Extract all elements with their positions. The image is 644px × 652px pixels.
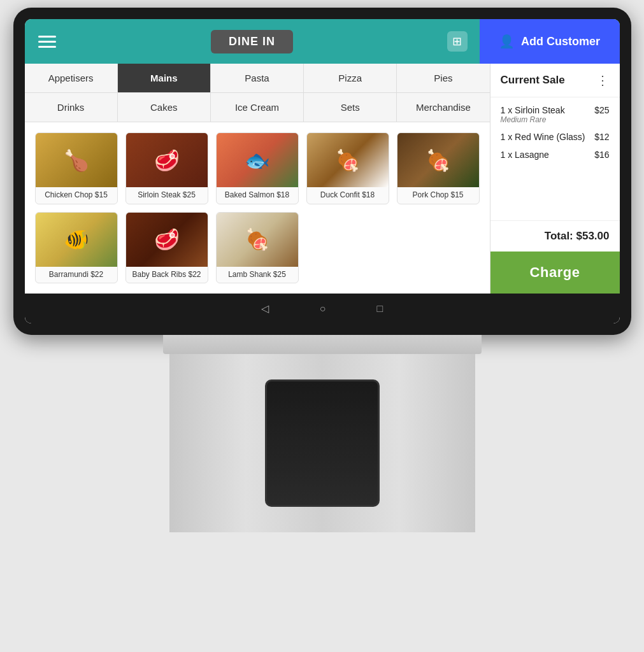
back-button[interactable]: ◁ bbox=[261, 302, 269, 315]
screen: DINE IN ⊞ 👤 Add Customer AppetisersMains… bbox=[25, 19, 620, 323]
category-tab-pizza[interactable]: Pizza bbox=[304, 64, 397, 92]
menu-item-pork-chop[interactable]: 🍖Pork Chop $15 bbox=[397, 132, 480, 204]
sale-item-note-0: Medium Rare bbox=[501, 115, 610, 124]
sale-item-0: 1 x Sirloin Steak$25Medium Rare bbox=[501, 105, 610, 124]
category-tab-cakes[interactable]: Cakes bbox=[118, 93, 211, 122]
main-content: AppetisersMainsPastaPizzaPies DrinksCake… bbox=[25, 64, 620, 294]
menu-button[interactable] bbox=[25, 19, 69, 64]
sale-item-row-2: 1 x Lasagne$16 bbox=[501, 150, 610, 160]
menu-item-label-baked-salmon: Baked Salmon $18 bbox=[222, 187, 292, 204]
android-navigation-bar: ◁ ○ □ bbox=[25, 294, 620, 323]
food-emoji-lamb-shank: 🍖 bbox=[216, 213, 299, 267]
sale-item-name-0: 1 x Sirloin Steak bbox=[501, 105, 565, 115]
menu-item-image-duck-confit: 🍖 bbox=[306, 133, 389, 187]
pos-device: DINE IN ⊞ 👤 Add Customer AppetisersMains… bbox=[0, 0, 644, 532]
tablet-bezel: DINE IN ⊞ 👤 Add Customer AppetisersMains… bbox=[13, 8, 631, 335]
menu-item-chicken-chop[interactable]: 🍗Chicken Chop $15 bbox=[35, 132, 118, 204]
menu-item-image-baby-back-ribs: 🥩 bbox=[125, 213, 208, 267]
add-customer-button[interactable]: 👤 Add Customer bbox=[480, 19, 620, 64]
food-emoji-baked-salmon: 🐟 bbox=[216, 133, 299, 187]
category-tabs-row2: DrinksCakesIce CreamSetsMerchandise bbox=[25, 93, 490, 122]
menu-row: 🍗Chicken Chop $15🥩Sirloin Steak $25🐟Bake… bbox=[35, 132, 480, 204]
category-tab-mains[interactable]: Mains bbox=[118, 64, 211, 92]
sale-item-row-0: 1 x Sirloin Steak$25 bbox=[501, 105, 610, 115]
hamburger-icon bbox=[38, 36, 56, 48]
sale-item-price-2: $16 bbox=[594, 150, 609, 160]
menu-item-image-pork-chop: 🍖 bbox=[397, 133, 480, 187]
sale-header: Current Sale ⋮ bbox=[490, 64, 620, 97]
sale-items-list: 1 x Sirloin Steak$25Medium Rare1 x Red W… bbox=[490, 97, 620, 220]
menu-item-image-chicken-chop: 🍗 bbox=[35, 133, 118, 187]
menu-item-image-lamb-shank: 🍖 bbox=[216, 213, 299, 267]
menu-item-image-baked-salmon: 🐟 bbox=[216, 133, 299, 187]
category-tab-drinks[interactable]: Drinks bbox=[25, 93, 118, 122]
pos-stand bbox=[13, 335, 631, 532]
menu-section: AppetisersMainsPastaPizzaPies DrinksCake… bbox=[25, 64, 490, 294]
sale-item-2: 1 x Lasagne$16 bbox=[501, 150, 610, 160]
sale-item-name-1: 1 x Red Wine (Glass) bbox=[501, 132, 585, 142]
menu-item-duck-confit[interactable]: 🍖Duck Confit $18 bbox=[306, 132, 389, 204]
menu-item-sirloin-steak[interactable]: 🥩Sirloin Steak $25 bbox=[125, 132, 208, 204]
category-tab-ice-cream[interactable]: Ice Cream bbox=[211, 93, 304, 122]
add-customer-label: Add Customer bbox=[521, 35, 600, 48]
category-tab-pasta[interactable]: Pasta bbox=[211, 64, 304, 92]
category-tab-appetisers[interactable]: Appetisers bbox=[25, 64, 118, 92]
menu-item-baby-back-ribs[interactable]: 🥩Baby Back Ribs $22 bbox=[125, 212, 208, 284]
calculator-icon: ⊞ bbox=[447, 31, 468, 52]
food-emoji-baby-back-ribs: 🥩 bbox=[125, 213, 208, 267]
food-emoji-duck-confit: 🍖 bbox=[306, 133, 389, 187]
sale-item-price-1: $12 bbox=[594, 132, 609, 142]
stand-top bbox=[163, 335, 482, 354]
menu-item-label-pork-chop: Pork Chop $15 bbox=[410, 187, 466, 204]
sale-panel: Current Sale ⋮ 1 x Sirloin Steak$25Mediu… bbox=[490, 64, 620, 294]
header-bar: DINE IN ⊞ 👤 Add Customer bbox=[25, 19, 620, 64]
home-button[interactable]: ○ bbox=[320, 303, 326, 315]
menu-item-label-sirloin-steak: Sirloin Steak $25 bbox=[135, 187, 198, 204]
menu-item-baked-salmon[interactable]: 🐟Baked Salmon $18 bbox=[216, 132, 299, 204]
menu-item-lamb-shank[interactable]: 🍖Lamb Shank $25 bbox=[216, 212, 299, 284]
food-emoji-pork-chop: 🍖 bbox=[397, 133, 480, 187]
stand-body bbox=[169, 354, 475, 532]
food-emoji-sirloin-steak: 🥩 bbox=[125, 133, 208, 187]
sale-item-price-0: $25 bbox=[594, 105, 609, 115]
sale-total: Total: $53.00 bbox=[490, 220, 620, 252]
menu-item-label-duck-confit: Duck Confit $18 bbox=[318, 187, 377, 204]
menu-item-label-barramundi: Barramundi $22 bbox=[47, 267, 106, 283]
category-tab-pies[interactable]: Pies bbox=[397, 64, 489, 92]
food-emoji-barramundi: 🐠 bbox=[35, 213, 118, 267]
dine-in-badge: DINE IN bbox=[211, 30, 293, 53]
menu-items-grid: 🍗Chicken Chop $15🥩Sirloin Steak $25🐟Bake… bbox=[25, 122, 490, 294]
menu-item-label-lamb-shank: Lamb Shank $25 bbox=[225, 267, 289, 283]
calculator-button[interactable]: ⊞ bbox=[435, 19, 480, 64]
menu-item-label-chicken-chop: Chicken Chop $15 bbox=[42, 187, 110, 204]
menu-item-label-baby-back-ribs: Baby Back Ribs $22 bbox=[129, 267, 203, 283]
charge-button[interactable]: Charge bbox=[490, 252, 620, 294]
category-tab-merchandise[interactable]: Merchandise bbox=[397, 93, 489, 122]
category-tab-sets[interactable]: Sets bbox=[304, 93, 397, 122]
sale-title: Current Sale bbox=[501, 74, 565, 87]
food-emoji-chicken-chop: 🍗 bbox=[35, 133, 118, 187]
menu-row: 🐠Barramundi $22🥩Baby Back Ribs $22🍖Lamb … bbox=[35, 212, 480, 284]
card-slot bbox=[265, 379, 380, 507]
recent-button[interactable]: □ bbox=[377, 303, 383, 315]
header-title: DINE IN bbox=[69, 19, 435, 64]
add-customer-icon: 👤 bbox=[499, 34, 515, 49]
menu-item-image-sirloin-steak: 🥩 bbox=[125, 133, 208, 187]
sale-item-name-2: 1 x Lasagne bbox=[501, 150, 549, 160]
sale-item-row-1: 1 x Red Wine (Glass)$12 bbox=[501, 132, 610, 142]
sale-options-button[interactable]: ⋮ bbox=[596, 73, 610, 88]
sale-item-1: 1 x Red Wine (Glass)$12 bbox=[501, 132, 610, 142]
category-tabs-row1: AppetisersMainsPastaPizzaPies bbox=[25, 64, 490, 93]
menu-item-image-barramundi: 🐠 bbox=[35, 213, 118, 267]
menu-item-barramundi[interactable]: 🐠Barramundi $22 bbox=[35, 212, 118, 284]
